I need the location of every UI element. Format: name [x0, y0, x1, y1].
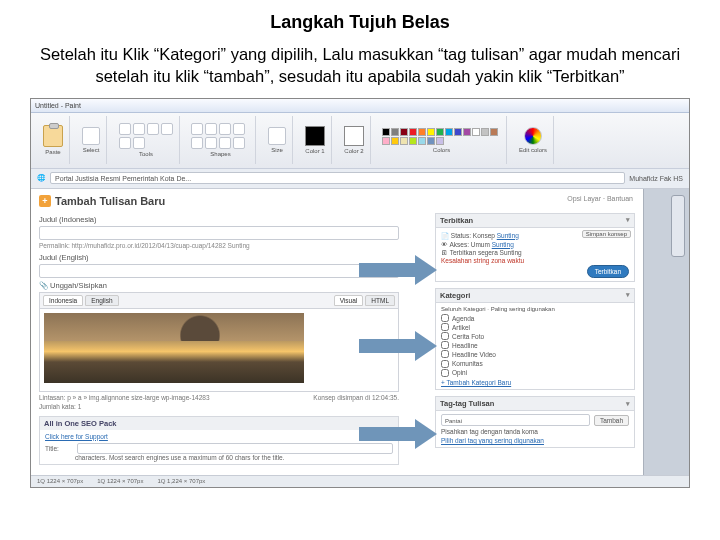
- publish-box: Terbitkan▾ Simpan konsep 📄 Status: Konse…: [435, 213, 635, 282]
- tags-title: Tag-tag Tulisan: [440, 399, 494, 408]
- screenshot-container: Untitled - Paint Paste Select Tools: [30, 98, 690, 488]
- shape-icon[interactable]: [219, 137, 231, 149]
- paint-titlebar: Untitled - Paint: [31, 99, 689, 113]
- tz-warning: Kesalahan string zona waktu: [441, 257, 629, 264]
- color-swatch[interactable]: [454, 128, 462, 136]
- color-swatch[interactable]: [436, 137, 444, 145]
- category-item[interactable]: Komunitas: [441, 359, 629, 368]
- tag-hint: Pisahkan tag dengan tanda koma: [441, 428, 629, 435]
- color-swatch[interactable]: [391, 128, 399, 136]
- category-checkbox[interactable]: [441, 360, 449, 368]
- ribbon-size[interactable]: Size: [262, 116, 293, 164]
- publish-button[interactable]: Terbitkan: [587, 265, 629, 278]
- permalink: Permalink: http://muhafidz.pro.or.id/201…: [39, 242, 399, 249]
- color-swatch[interactable]: [472, 128, 480, 136]
- add-category-link[interactable]: + Tambah Kategori Baru: [441, 379, 629, 386]
- color-swatch[interactable]: [436, 128, 444, 136]
- tab-en[interactable]: English: [85, 295, 118, 306]
- upload-label[interactable]: 📎 Unggah/Sisipkan: [39, 281, 399, 290]
- tool-icon[interactable]: [133, 137, 145, 149]
- title-input[interactable]: [39, 226, 399, 240]
- color-swatch[interactable]: [418, 128, 426, 136]
- seo-title-input[interactable]: [77, 443, 393, 454]
- category-item[interactable]: Cerita Foto: [441, 332, 629, 341]
- ribbon-shapes[interactable]: Shapes: [186, 116, 256, 164]
- tab-html[interactable]: HTML: [365, 295, 395, 306]
- size-icon: [268, 127, 286, 145]
- color-swatch[interactable]: [427, 128, 435, 136]
- arrow-publish: [359, 255, 449, 285]
- add-icon: +: [39, 195, 51, 207]
- chevron-icon[interactable]: ▾: [626, 291, 630, 299]
- color-swatch[interactable]: [481, 128, 489, 136]
- ribbon-color1[interactable]: Color 1: [299, 116, 332, 164]
- page-title: Tambah Tulisan Baru: [55, 195, 165, 207]
- color2-swatch: [344, 126, 364, 146]
- shape-icon[interactable]: [205, 137, 217, 149]
- color-swatch[interactable]: [418, 137, 426, 145]
- shape-icon[interactable]: [191, 123, 203, 135]
- color-swatch[interactable]: [391, 137, 399, 145]
- color-swatch[interactable]: [409, 137, 417, 145]
- ribbon-editcolors[interactable]: Edit colors: [513, 116, 554, 164]
- color-swatch[interactable]: [400, 128, 408, 136]
- edit-status[interactable]: Sunting: [497, 232, 519, 239]
- shape-icon[interactable]: [219, 123, 231, 135]
- category-tabs[interactable]: Seluruh Kategori · Paling sering digunak…: [441, 306, 629, 312]
- shape-icon[interactable]: [233, 123, 245, 135]
- tool-icon[interactable]: [119, 137, 131, 149]
- category-item[interactable]: Opini: [441, 368, 629, 377]
- color-swatch[interactable]: [382, 128, 390, 136]
- tool-icon[interactable]: [119, 123, 131, 135]
- tool-icon[interactable]: [161, 123, 173, 135]
- seo-hint: characters. Most search engines use a ma…: [75, 454, 393, 461]
- paint-title: Untitled - Paint: [35, 102, 81, 109]
- category-item[interactable]: Headline Video: [441, 350, 629, 359]
- seo-box: All in One SEO Pack Click here for Suppo…: [39, 416, 399, 465]
- category-item[interactable]: Agenda: [441, 314, 629, 323]
- category-label: Opini: [452, 368, 467, 377]
- url-field[interactable]: Portal Justisia Resmi Pemerintah Kota De…: [50, 172, 625, 184]
- ribbon-swatches[interactable]: Colors: [377, 116, 507, 164]
- color-swatch[interactable]: [427, 137, 435, 145]
- editcolors-icon: [524, 127, 542, 145]
- category-label: Headline Video: [452, 350, 496, 359]
- category-checkbox[interactable]: [441, 314, 449, 322]
- category-item[interactable]: Artikel: [441, 323, 629, 332]
- color-swatch[interactable]: [445, 128, 453, 136]
- tag-input[interactable]: Pantai: [441, 414, 590, 426]
- add-tag-button[interactable]: Tambah: [594, 415, 629, 426]
- ribbon-tools[interactable]: Tools: [113, 116, 180, 164]
- choose-tags-link[interactable]: Pilih dari tag yang sering digunakan: [441, 437, 629, 444]
- ribbon-clipboard[interactable]: Paste: [37, 116, 70, 164]
- shape-icon[interactable]: [205, 123, 217, 135]
- tool-icon[interactable]: [133, 123, 145, 135]
- chevron-icon[interactable]: ▾: [626, 400, 630, 408]
- category-item[interactable]: Headline: [441, 341, 629, 350]
- title-input-en[interactable]: [39, 264, 399, 278]
- shape-icon[interactable]: [191, 137, 203, 149]
- save-draft-button[interactable]: Simpan konsep: [582, 230, 631, 238]
- ribbon-color2[interactable]: Color 2: [338, 116, 371, 164]
- category-label: Komunitas: [452, 359, 483, 368]
- tab-id[interactable]: Indonesia: [43, 295, 83, 306]
- screen-options[interactable]: Opsi Layar · Bantuan: [567, 195, 633, 202]
- color-swatch[interactable]: [490, 128, 498, 136]
- tab-visual[interactable]: Visual: [334, 295, 364, 306]
- shapes-label: Shapes: [210, 151, 230, 157]
- color-swatch[interactable]: [409, 128, 417, 136]
- editor-area[interactable]: [39, 308, 399, 392]
- color-swatch[interactable]: [463, 128, 471, 136]
- color-swatch[interactable]: [400, 137, 408, 145]
- slide-body: Setelah itu Klik “Kategori” yang dipilih…: [28, 43, 692, 88]
- edit-visibility[interactable]: Sunting: [492, 241, 514, 248]
- scrollbar[interactable]: [643, 189, 689, 487]
- chevron-icon[interactable]: ▾: [626, 216, 630, 224]
- shape-icon[interactable]: [233, 137, 245, 149]
- color-swatch[interactable]: [382, 137, 390, 145]
- ribbon-image[interactable]: Select: [76, 116, 107, 164]
- category-checkbox[interactable]: [441, 369, 449, 377]
- tool-icon[interactable]: [147, 123, 159, 135]
- slide-title: Langkah Tujuh Belas: [28, 12, 692, 33]
- seo-help-link[interactable]: Click here for Support: [45, 433, 393, 440]
